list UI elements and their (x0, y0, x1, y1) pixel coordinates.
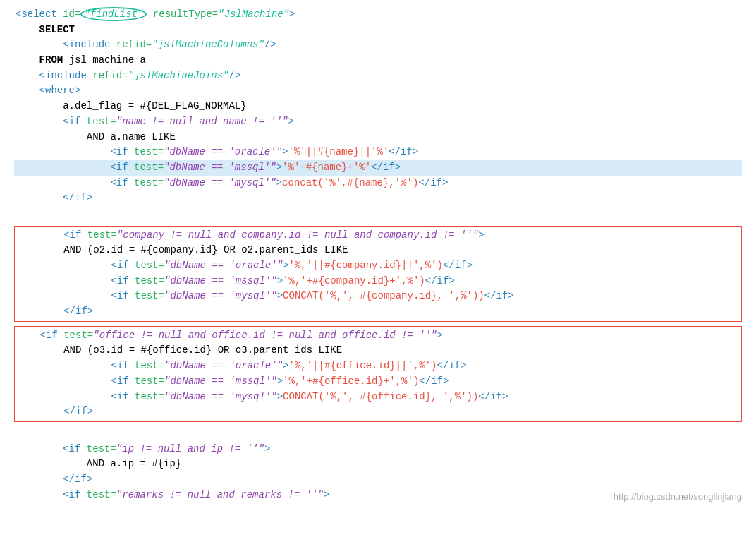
line-15: AND (o2.id = #{company.id} OR o2.parent_… (15, 243, 741, 258)
line-1: <select id="findList" resultType="JslMac… (14, 7, 742, 23)
line-18: <if test="dbName == 'mysql'">CONCAT('%,'… (15, 289, 741, 304)
line-21: AND (o3.id = #{office.id} OR o3.parent_i… (15, 343, 741, 359)
line-10: <if test="dbName == 'oracle'">'%'||#{nam… (14, 145, 742, 160)
line-11: <if test="dbName == 'mssql'">'%'+#{name}… (14, 160, 742, 176)
line-5: <include refid="jslMachineJoins"/> (14, 68, 742, 84)
line-24: <if test="dbName == 'mysql'">CONCAT('%,'… (15, 390, 741, 405)
line-16: <if test="dbName == 'oracle'">'%,'||#{co… (15, 258, 741, 274)
line-13: </if> (14, 191, 742, 206)
line-8: <if test="name != null and name != ''"> (14, 114, 742, 130)
line-6: <where> (14, 83, 742, 99)
line-20: <if test="office != null and office.id !… (15, 328, 741, 344)
line-blank-2 (14, 426, 742, 442)
line-19: </if> (15, 304, 741, 320)
line-17: <if test="dbName == 'mssql'">'%,'+#{comp… (15, 274, 741, 289)
code-container: <select id="findList" resultType="JslMac… (0, 0, 756, 510)
line-26: <if test="ip != null and ip != ''"> (14, 442, 742, 457)
watermark: http://blog.csdn.net/songlinjiang (614, 490, 742, 504)
line-9: AND a.name LIKE (14, 130, 742, 145)
line-3: <include refid="jslMachineColumns"/> (14, 37, 742, 53)
line-2: SELECT (14, 23, 742, 38)
line-25: </if> (15, 404, 741, 420)
line-blank-1 (14, 206, 742, 222)
red-box-company: <if test="company != null and company.id… (14, 226, 742, 322)
line-12: <if test="dbName == 'mysql'">concat('%',… (14, 176, 742, 191)
line-7: a.del_flag = #{DEL_FLAG_NORMAL} (14, 99, 742, 114)
line-28: </if> (14, 472, 742, 488)
line-23: <if test="dbName == 'mssql'">'%,'+#{offi… (15, 374, 741, 390)
line-22: <if test="dbName == 'oracle'">'%,'||#{of… (15, 359, 741, 374)
line-4: FROM jsl_machine a (14, 53, 742, 68)
line-14: <if test="company != null and company.id… (15, 228, 741, 243)
line-27: AND a.ip = #{ip} (14, 457, 742, 472)
red-box-office: <if test="office != null and office.id !… (14, 326, 742, 422)
